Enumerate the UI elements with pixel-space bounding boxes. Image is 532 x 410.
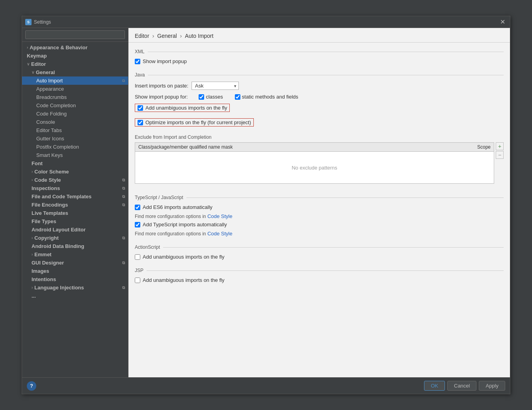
chevron-right-icon-6: › [32, 252, 33, 257]
sidebar-item-auto-import[interactable]: Auto Import ⧉ [22, 76, 128, 85]
sidebar-item-images[interactable]: Images [22, 267, 128, 275]
sidebar-item-gui-designer[interactable]: GUI Designer ⧉ [22, 259, 128, 267]
chevron-right-icon-3: › [32, 170, 33, 174]
sidebar-item-code-folding[interactable]: Code Folding [22, 110, 128, 118]
sidebar-item-code-completion[interactable]: Code Completion [22, 101, 128, 110]
sidebar-item-android-data-binding[interactable]: Android Data Binding [22, 242, 128, 250]
chevron-down-icon: ∨ [27, 62, 30, 66]
sidebar-item-smart-keys[interactable]: Smart Keys [22, 151, 128, 159]
sidebar-item-file-encodings[interactable]: File Encodings ⧉ [22, 201, 128, 209]
jsp-unambiguous-checkbox[interactable] [135, 278, 140, 283]
optimize-imports-row: Optimize imports on the fly (for current… [135, 118, 504, 130]
add-typescript-checkbox[interactable] [135, 222, 140, 227]
close-button[interactable]: ✕ [499, 18, 507, 26]
chevron-right-icon-4: › [32, 178, 33, 182]
find-more-ts-text: Find more configuration options in Code … [135, 231, 504, 237]
panel-body: XML Show import popup Java Insert import… [128, 43, 510, 377]
dialog-actions: OK Cancel Apply [424, 381, 505, 391]
sidebar-item-language-injections[interactable]: › Language Injections ⧉ [22, 283, 128, 292]
sidebar-item-android-layout-editor[interactable]: Android Layout Editor [22, 226, 128, 234]
show-import-popup-label: Show import popup for: [135, 94, 188, 100]
ok-button[interactable]: OK [424, 381, 445, 391]
sidebar-item-live-templates[interactable]: Live Templates [22, 209, 128, 217]
copy-icon-4: ⧉ [122, 194, 125, 199]
breadcrumb: Editor › General › Auto Import [135, 33, 214, 39]
cancel-button[interactable]: Cancel [447, 381, 476, 391]
sidebar-item-keymap[interactable]: Keymap [22, 52, 128, 60]
add-es6-checkbox[interactable] [135, 205, 140, 210]
actionscript-section: ActionScript Add unambiguous imports on … [135, 244, 504, 260]
copy-icon-6: ⧉ [122, 236, 125, 240]
sidebar-item-file-types[interactable]: File Types [22, 217, 128, 226]
add-es6-row: Add ES6 imports automatically [135, 204, 504, 210]
sidebar-item-breadcrumbs[interactable]: Breadcrumbs [22, 93, 128, 101]
chevron-right-icon-5: › [32, 236, 33, 240]
sidebar-item-inspections[interactable]: Inspections ⧉ [22, 184, 128, 192]
remove-exclude-button[interactable]: − [496, 151, 504, 159]
actionscript-unambiguous-row: Add unambiguous imports on the fly [135, 254, 504, 260]
xml-show-import-label: Show import popup [143, 58, 187, 64]
table-col-name: Class/package/member qualified name mask [138, 144, 459, 150]
optimize-imports-highlight: Optimize imports on the fly (for current… [135, 118, 254, 127]
sidebar-item-copyright[interactable]: › Copyright ⧉ [22, 234, 128, 242]
settings-window: S Settings ✕ › Appearance & Behavior Key… [22, 16, 510, 394]
table-header-row: Class/package/member qualified name mask… [135, 143, 494, 152]
panel-header: Editor › General › Auto Import [128, 28, 510, 43]
apply-button[interactable]: Apply [479, 381, 505, 391]
sidebar-item-appearance-behavior[interactable]: › Appearance & Behavior [22, 43, 128, 52]
jsp-unambiguous-row: Add unambiguous imports on the fly [135, 277, 504, 283]
xml-section-label: XML [135, 49, 504, 54]
sidebar-item-postfix-completion[interactable]: Postfix Completion [22, 143, 128, 151]
sidebar-item-general[interactable]: ∨ General [22, 68, 128, 76]
sidebar-item-emmet[interactable]: › Emmet [22, 250, 128, 259]
sidebar-item-file-code-templates[interactable]: File and Code Templates ⧉ [22, 192, 128, 201]
typescript-section: TypeScript / JavaScript Add ES6 imports … [135, 195, 504, 237]
sidebar-item-appearance[interactable]: Appearance [22, 85, 128, 93]
sidebar-item-more[interactable]: ... [22, 292, 128, 300]
jsp-section-label: JSP [135, 268, 504, 273]
sidebar-item-intentions[interactable]: Intentions [22, 275, 128, 283]
java-section: Java Insert imports on paste: Ask Always… [135, 72, 504, 187]
actionscript-unambiguous-checkbox[interactable] [135, 254, 140, 260]
sidebar-item-code-style[interactable]: › Code Style ⧉ [22, 176, 128, 184]
main-content: › Appearance & Behavior Keymap ∨ Editor … [22, 28, 510, 377]
add-exclude-button[interactable]: + [496, 142, 504, 150]
search-box [22, 28, 128, 42]
typescript-section-label: TypeScript / JavaScript [135, 195, 504, 200]
static-methods-checkbox[interactable] [235, 94, 240, 100]
xml-show-import-checkbox[interactable] [135, 59, 140, 64]
exclude-table: Class/package/member qualified name mask… [135, 142, 494, 184]
insert-imports-select[interactable]: Ask Always Never [192, 82, 239, 90]
classes-checkbox[interactable] [199, 94, 204, 100]
tree: › Appearance & Behavior Keymap ∨ Editor … [22, 42, 128, 377]
add-unambiguous-checkbox[interactable] [138, 105, 143, 111]
sidebar-item-color-scheme[interactable]: › Color Scheme [22, 168, 128, 176]
window-title: Settings [34, 19, 499, 25]
code-style-link-es6[interactable]: Code Style [207, 213, 233, 219]
copy-icon-2: ⧉ [122, 178, 125, 183]
chevron-down-icon-2: ∨ [32, 70, 34, 75]
sidebar-item-font[interactable]: Font [22, 159, 128, 168]
app-icon: S [25, 19, 32, 25]
title-bar: S Settings ✕ [22, 16, 510, 28]
java-section-label: Java [135, 72, 504, 78]
copy-icon-3: ⧉ [122, 186, 125, 191]
static-methods-label: static methods and fields [242, 94, 298, 100]
breadcrumb-arrow-2: › [180, 33, 184, 39]
table-col-scope: Scope [459, 144, 491, 150]
optimize-imports-checkbox[interactable] [138, 120, 143, 125]
sidebar-item-console[interactable]: Console [22, 118, 128, 126]
help-button[interactable]: ? [27, 381, 36, 391]
sidebar-item-gutter-icons[interactable]: Gutter Icons [22, 134, 128, 143]
bottom-bar: ? OK Cancel Apply [22, 377, 510, 394]
add-unambiguous-label: Add unambiguous imports on the fly [145, 105, 227, 111]
jsp-section: JSP Add unambiguous imports on the fly [135, 268, 504, 283]
exclude-section-label: Exclude from Import and Completion [135, 134, 504, 140]
breadcrumb-arrow-1: › [152, 33, 156, 39]
search-input[interactable] [25, 30, 125, 39]
add-unambiguous-highlight: Add unambiguous imports on the fly [135, 104, 230, 112]
code-style-link-ts[interactable]: Code Style [207, 231, 233, 237]
classes-label: classes [206, 94, 223, 100]
sidebar-item-editor[interactable]: ∨ Editor [22, 60, 128, 68]
sidebar-item-editor-tabs[interactable]: Editor Tabs [22, 126, 128, 134]
